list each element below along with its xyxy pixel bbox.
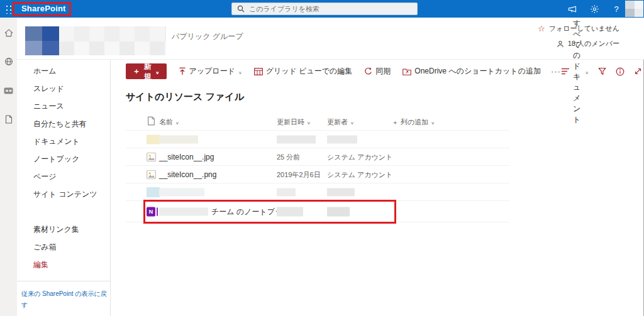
expand-icon[interactable] (634, 67, 642, 76)
view-list-icon (561, 68, 570, 75)
sidebar-item-material-links[interactable]: 素材リンク集 (17, 221, 110, 238)
file-modified: 25 分前 (277, 152, 300, 161)
blurred-name-prefix (159, 207, 208, 215)
site-header: パブリック グループ ☆ フォローしていません 18 人のメンバー (17, 18, 644, 60)
image-file-icon (147, 170, 156, 179)
file-modified: 2019年2月6日 (277, 170, 321, 179)
chevron-down-icon (155, 67, 160, 76)
filter-icon[interactable] (598, 67, 606, 76)
sidebar-item-home[interactable]: ホーム (17, 62, 110, 80)
sync-button[interactable]: 同期 (364, 66, 391, 77)
file-modified-by[interactable]: システム アカウント (327, 170, 392, 179)
blurred-modified (277, 135, 316, 143)
file-name[interactable]: __siteIcon__.png (159, 170, 216, 179)
upload-icon (179, 67, 186, 75)
file-type-column-icon[interactable] (147, 116, 155, 126)
blurred-modified (277, 188, 296, 196)
blurred-modified-by (327, 207, 350, 216)
image-file-icon (147, 152, 156, 161)
chevron-down-icon (585, 67, 589, 76)
file-modified-by[interactable]: システム アカウント (327, 152, 392, 161)
column-header-modified-by[interactable]: 更新者 (327, 117, 354, 127)
site-logo-blurred (25, 26, 59, 55)
site-title-blurred (59, 26, 166, 55)
help-icon[interactable]: ? (611, 4, 621, 14)
file-row-siteicon-png[interactable]: __siteIcon__.png 2019年2月6日 システム アカウント (126, 166, 509, 183)
column-header-modified[interactable]: 更新日時 (277, 117, 311, 127)
globe-icon[interactable] (4, 57, 14, 67)
grid-icon (254, 68, 263, 75)
suite-bar: SharePoint ? (0, 0, 644, 18)
chevron-down-icon (307, 119, 311, 126)
sidebar-item-notebook[interactable]: ノートブック (17, 150, 110, 168)
plus-icon (133, 66, 140, 77)
sidebar-item-edit[interactable]: 編集 (17, 256, 110, 273)
sidebar-item-shared[interactable]: 自分たちと共有 (17, 115, 110, 133)
blurred-file-icon (147, 134, 160, 144)
page-icon[interactable] (4, 114, 14, 124)
blurred-file-icon (147, 187, 160, 197)
main-content: 新規 アップロード グリッド ビューでの編集 同期 (111, 60, 643, 316)
blurred-file-name (159, 135, 198, 143)
file-row-blurred-1[interactable] (126, 131, 509, 148)
megaphone-icon[interactable] (567, 4, 577, 14)
sidebar-item-recycle-bin[interactable]: ごみ箱 (17, 238, 110, 256)
column-header-name[interactable]: 名前 (159, 117, 179, 127)
app-launcher-icon[interactable] (4, 4, 14, 14)
library-title: サイトのリソース ファイル (126, 91, 244, 103)
gear-icon[interactable] (589, 4, 599, 14)
chevron-down-icon (238, 67, 242, 76)
badge-icon[interactable] (4, 85, 14, 95)
grid-view-edit-button[interactable]: グリッド ビューでの編集 (254, 66, 353, 77)
upload-button[interactable]: アップロード (179, 66, 242, 77)
folder-shortcut-icon (402, 68, 411, 75)
sidebar-item-news[interactable]: ニュース (17, 97, 110, 115)
chevron-down-icon (175, 119, 179, 126)
group-type-label: パブリック グループ (172, 31, 243, 42)
left-rail (0, 18, 17, 316)
sidebar-nav: ホーム スレッド ニュース 自分たちと共有 ドキュメント ノートブック ページ … (17, 60, 111, 316)
chevron-down-icon (350, 119, 354, 126)
onenote-icon: N (147, 207, 155, 216)
search-box[interactable] (231, 3, 418, 15)
blurred-modified-by (327, 188, 355, 196)
classic-link-area: 従来の SharePoint の表示に戻す (17, 281, 110, 316)
sidebar-item-pages[interactable]: ページ (17, 168, 110, 185)
file-row-blurred-2[interactable] (126, 183, 509, 201)
star-icon: ☆ (538, 25, 545, 33)
home-icon[interactable] (4, 28, 14, 38)
file-row-siteicon-jpg[interactable]: __siteIcon__.jpg 25 分前 システム アカウント (126, 148, 509, 166)
blurred-modified (277, 207, 303, 216)
chevron-down-icon (431, 119, 435, 126)
more-icon[interactable]: ··· (551, 67, 561, 76)
onedrive-shortcut-button[interactable]: OneDrive へのショートカットの追加 (402, 66, 541, 77)
sidebar-item-thread[interactable]: スレッド (17, 80, 110, 97)
info-icon[interactable] (616, 67, 625, 76)
search-input[interactable] (249, 5, 412, 13)
sharepoint-logo[interactable]: SharePoint (21, 0, 66, 18)
sidebar-item-blurred[interactable] (17, 203, 110, 221)
blurred-file-name (159, 188, 204, 196)
search-icon (237, 5, 245, 13)
new-button[interactable]: 新規 (126, 63, 167, 79)
sidebar-item-site-contents[interactable]: サイト コンテンツ (17, 185, 110, 203)
file-name[interactable]: __siteIcon__.jpg (159, 153, 214, 161)
sidebar-item-documents[interactable]: ドキュメント (17, 133, 110, 150)
file-row-team-notebook[interactable]: N チーム のノートブック (126, 201, 509, 222)
classic-sharepoint-link[interactable]: 従来の SharePoint の表示に戻す (21, 290, 107, 308)
command-bar: 新規 アップロード グリッド ビューでの編集 同期 (126, 63, 637, 80)
view-selector[interactable]: すべてのドキュメント (561, 18, 589, 125)
blurred-modified-by (327, 135, 357, 143)
file-list: __siteIcon__.jpg 25 分前 システム アカウント __site… (126, 130, 509, 222)
plus-icon (392, 118, 398, 127)
sharepoint-window: SharePoint ? パブリック グループ ☆ フォローしていません (0, 0, 644, 316)
sync-icon (364, 67, 372, 75)
account-avatar[interactable] (625, 1, 643, 17)
add-column-button[interactable]: 列の追加 (392, 117, 435, 127)
